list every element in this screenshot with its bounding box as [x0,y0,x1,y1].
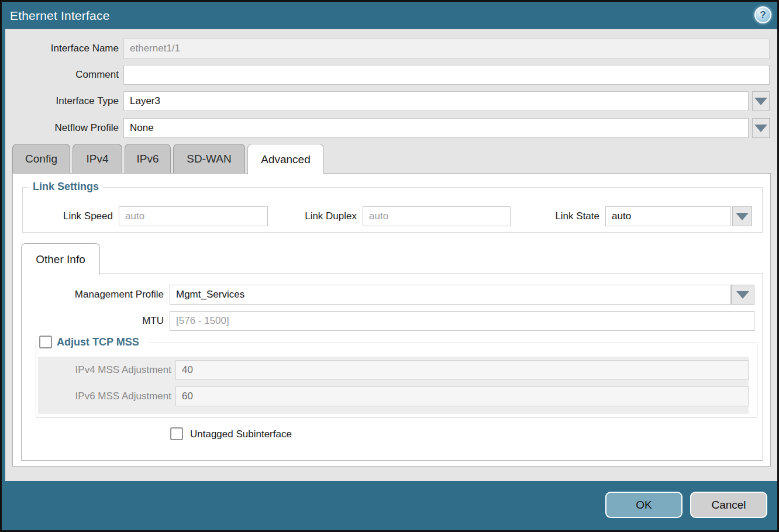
netflow-profile-dropdown-button[interactable] [752,118,770,138]
netflow-profile-label: Netflow Profile [8,118,119,138]
link-duplex-field[interactable] [363,206,511,226]
link-speed-label: Link Speed [25,206,113,226]
tab-ipv4[interactable]: IPv4 [73,144,122,173]
interface-name-label: Interface Name [8,39,119,58]
link-state-dropdown-button[interactable] [732,206,752,226]
tab-label: Config [25,153,57,165]
management-profile-select[interactable]: Mgmt_Services [170,285,731,305]
link-duplex-label: Link Duplex [277,206,357,226]
netflow-profile-select[interactable]: None [123,118,749,138]
subtab-other-info[interactable]: Other Info [21,243,100,275]
adjust-tcp-mss-legend: Adjust TCP MSS [52,336,143,348]
dialog-title: Ethernet Interface [2,9,110,23]
tab-sdwan[interactable]: SD-WAN [173,144,245,173]
mtu-field[interactable] [170,311,754,331]
link-settings-legend: Link Settings [29,181,103,193]
interface-type-label: Interface Type [8,91,119,111]
interface-type-select[interactable]: Layer3 [123,91,749,111]
adjust-tcp-mss-legend-row: Adjust TCP MSS [37,336,148,348]
ethernet-interface-dialog: Ethernet Interface ? Interface Name Comm… [0,0,779,532]
chevron-down-icon [736,291,749,299]
chevron-down-icon [754,125,767,132]
management-profile-dropdown-button[interactable] [731,285,754,305]
subtab-label: Other Info [36,253,85,266]
link-speed-field[interactable] [119,206,268,226]
tab-advanced[interactable]: Advanced [247,144,324,174]
link-state-label: Link State [528,206,599,226]
tab-label: Advanced [261,153,311,166]
adjust-tcp-mss-checkbox[interactable] [39,336,52,348]
ok-button[interactable]: OK [605,492,683,518]
dialog-titlebar: Ethernet Interface [2,2,777,29]
tab-config[interactable]: Config [12,144,70,173]
ipv4-mss-field [175,360,749,380]
interface-name-field [123,39,770,58]
tab-label: IPv4 [86,153,108,165]
ipv4-mss-label: IPv4 MSS Adjustment [49,360,171,380]
tab-ipv6[interactable]: IPv6 [125,144,171,173]
chevron-down-icon [736,213,749,220]
interface-type-dropdown-button[interactable] [752,91,770,111]
tab-label: SD-WAN [187,153,231,165]
help-icon[interactable]: ? [754,6,771,23]
link-state-select[interactable]: auto [605,206,731,226]
management-profile-label: Management Profile [37,285,164,305]
untagged-subinterface-label: Untagged Subinterface [190,427,292,441]
ipv6-mss-field [175,386,749,406]
ipv6-mss-label: IPv6 MSS Adjustment [49,386,171,406]
comment-label: Comment [8,65,119,85]
comment-field[interactable] [123,65,770,85]
mtu-label: MTU [37,311,164,331]
untagged-subinterface-checkbox[interactable] [170,427,183,440]
cancel-button[interactable]: Cancel [690,492,767,518]
chevron-down-icon [754,98,767,105]
dialog-left-stripe [2,29,5,530]
tab-label: IPv6 [136,153,158,165]
